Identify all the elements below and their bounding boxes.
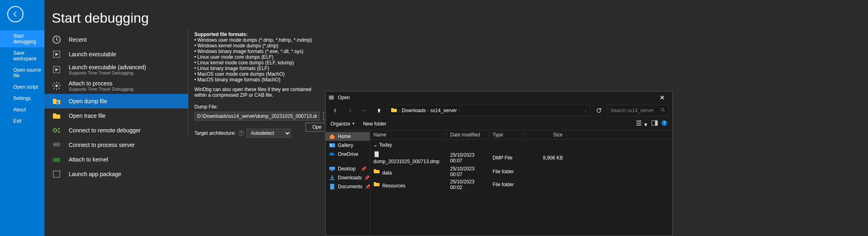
- svg-point-5: [53, 129, 57, 132]
- action-label: Launch executable (advanced): [69, 64, 146, 70]
- view-list-icon[interactable]: ▼: [636, 120, 648, 128]
- group-header[interactable]: ⌄ Today: [370, 140, 672, 150]
- sidebar-item[interactable]: Home: [326, 132, 370, 141]
- page-title: Start debugging: [44, 0, 868, 34]
- nav-up-icon[interactable]: [373, 105, 385, 116]
- file-row[interactable]: Resources 25/10/2023 00:02 File folder: [370, 178, 672, 191]
- svg-rect-12: [54, 159, 55, 160]
- new-folder-button[interactable]: New folder: [363, 121, 386, 127]
- svg-point-9: [54, 144, 55, 145]
- doc-icon: [329, 183, 335, 190]
- column-header[interactable]: Size: [524, 132, 566, 138]
- action-label: Connect to remote debugger: [69, 127, 141, 134]
- file-rows: dump_20231025_000713.dmp 25/10/2023 00:0…: [370, 150, 672, 191]
- pin-icon: 📌: [361, 166, 367, 172]
- dialog-title: Open: [338, 95, 654, 100]
- file-size: 8,906 KB: [524, 155, 566, 161]
- action-item[interactable]: Open trace file: [44, 108, 188, 123]
- action-label: Attach to process: [69, 80, 133, 87]
- help-info-icon[interactable]: ?: [661, 120, 668, 128]
- sidebar-item[interactable]: Desktop📌: [326, 164, 370, 173]
- column-header[interactable]: Name: [370, 132, 447, 138]
- svg-rect-14: [53, 171, 60, 177]
- column-header[interactable]: Type: [489, 132, 524, 138]
- column-header[interactable]: Date modified: [447, 132, 489, 138]
- file-row[interactable]: data 25/10/2023 00:07 File folder: [370, 165, 672, 178]
- close-icon[interactable]: ✕: [654, 94, 670, 102]
- nav-back-icon[interactable]: [330, 105, 341, 116]
- action-label: Connect to process server: [69, 142, 135, 148]
- action-item[interactable]: Recent: [44, 32, 188, 47]
- action-sublabel: Supports Time Travel Debugging: [69, 87, 133, 91]
- nav-item[interactable]: Settings: [0, 93, 44, 104]
- svg-rect-4: [56, 101, 59, 104]
- action-label: Attach to kernel: [69, 156, 108, 163]
- action-item[interactable]: Open dump file: [44, 94, 188, 108]
- target-arch-select[interactable]: Autodetect: [246, 129, 291, 138]
- svg-point-3: [55, 85, 58, 87]
- chevron-right-icon: ›: [428, 108, 429, 113]
- file-name: dump_20231025_000713.dmp: [373, 159, 439, 164]
- format-item: MacOS binary image formats (MachO): [194, 77, 471, 83]
- format-item: Linux kernel mode core dumps (ELF, kdump…: [194, 60, 471, 66]
- column-headers: Name Date modified Type Size: [370, 130, 672, 140]
- sidebar-item[interactable]: OneDrive: [326, 150, 370, 159]
- back-button[interactable]: [7, 6, 23, 22]
- svg-point-16: [661, 108, 664, 111]
- sidebar-label: Documents: [338, 184, 362, 189]
- action-icon: [52, 65, 61, 74]
- action-item[interactable]: Attach to processSupports Time Travel De…: [44, 78, 188, 94]
- action-icon: [52, 81, 61, 91]
- breadcrumb-item[interactable]: ss14_server: [430, 108, 457, 113]
- dialog-toolbar: Organize ▼ New folder ▼ ?: [326, 117, 672, 130]
- nav-forward-icon[interactable]: [344, 105, 356, 116]
- file-name: data: [382, 170, 392, 176]
- svg-rect-21: [329, 143, 335, 147]
- sidebar-item[interactable]: Documents📌: [326, 182, 370, 191]
- svg-rect-25: [330, 184, 334, 189]
- sidebar-item[interactable]: Gallery: [326, 141, 370, 150]
- action-icon: [52, 49, 61, 59]
- chevron-down-icon[interactable]: ⌄: [584, 108, 587, 113]
- dump-file-input[interactable]: [194, 112, 320, 121]
- sidebar-label: Home: [338, 134, 351, 139]
- download-icon: [329, 174, 335, 181]
- breadcrumb[interactable]: › Downloads › ss14_server › ⌄: [388, 105, 590, 116]
- help-icon[interactable]: ?: [238, 130, 244, 136]
- nav-item[interactable]: Start debugging: [0, 30, 44, 47]
- action-icon: [52, 35, 61, 45]
- nav-item[interactable]: About: [0, 104, 44, 115]
- file-date: 25/10/2023 00:07: [447, 152, 489, 164]
- action-item[interactable]: Attach to kernel: [44, 152, 188, 167]
- format-item: Linux binary image formats (ELF): [194, 66, 471, 71]
- sidebar-label: Gallery: [338, 142, 353, 148]
- sidebar-label: Desktop: [338, 166, 356, 172]
- svg-rect-26: [375, 151, 379, 157]
- action-icon: [52, 140, 61, 150]
- file-row[interactable]: dump_20231025_000713.dmp 25/10/2023 00:0…: [370, 150, 672, 165]
- cloud-icon: [329, 151, 335, 157]
- search-input[interactable]: Search ss14_server: [608, 105, 668, 116]
- breadcrumb-item[interactable]: Downloads: [402, 108, 426, 113]
- action-item[interactable]: Launch executable (advanced)Supports Tim…: [44, 62, 188, 78]
- refresh-icon[interactable]: [593, 105, 605, 116]
- search-placeholder: Search ss14_server: [611, 108, 654, 113]
- action-item[interactable]: Launch app package: [44, 167, 188, 181]
- nav-item[interactable]: Save workspace: [0, 47, 44, 64]
- sidebar-item[interactable]: Downloads📌: [326, 173, 370, 182]
- svg-rect-13: [56, 159, 57, 160]
- nav-item[interactable]: Open script: [0, 81, 44, 93]
- formats-note: WinDbg can also open these files if they…: [194, 87, 316, 98]
- nav-recent-icon[interactable]: [359, 105, 370, 116]
- dialog-sidebar: HomeGalleryOneDriveDesktop📌Downloads📌Doc…: [326, 130, 370, 236]
- nav-item[interactable]: Open source file: [0, 64, 44, 81]
- action-item[interactable]: Connect to remote debugger: [44, 123, 188, 138]
- action-item[interactable]: Connect to process server: [44, 138, 188, 152]
- sidebar-label: Downloads: [338, 175, 362, 181]
- target-arch-label: Target architecture:: [194, 130, 236, 136]
- organize-button[interactable]: Organize ▼: [331, 121, 355, 127]
- format-item: Windows kernel mode dumps (*.dmp): [194, 43, 471, 49]
- preview-pane-icon[interactable]: [651, 120, 658, 128]
- nav-item[interactable]: Exit: [0, 115, 44, 127]
- action-item[interactable]: Launch executable: [44, 47, 188, 62]
